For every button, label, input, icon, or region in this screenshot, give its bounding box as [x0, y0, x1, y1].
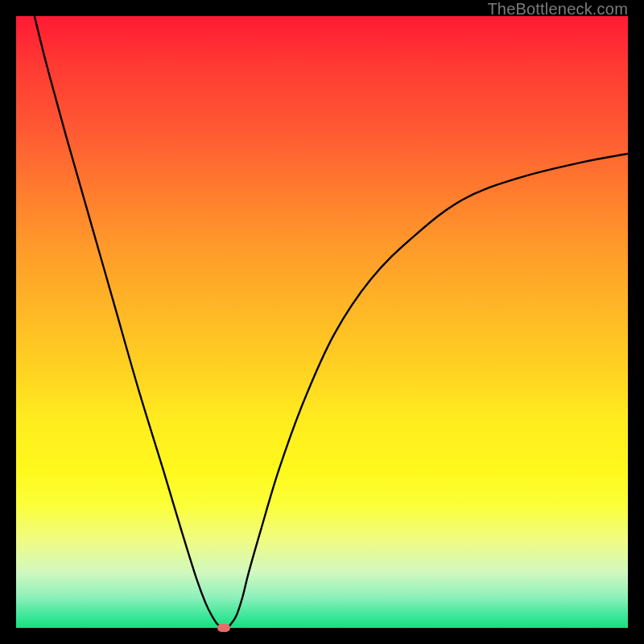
bottleneck-curve-path — [35, 16, 628, 628]
plot-area — [16, 16, 628, 628]
optimal-point-marker — [217, 624, 230, 632]
watermark-text: TheBottleneck.com — [487, 0, 628, 19]
chart-frame: TheBottleneck.com — [0, 0, 644, 644]
curve-svg — [16, 16, 628, 628]
